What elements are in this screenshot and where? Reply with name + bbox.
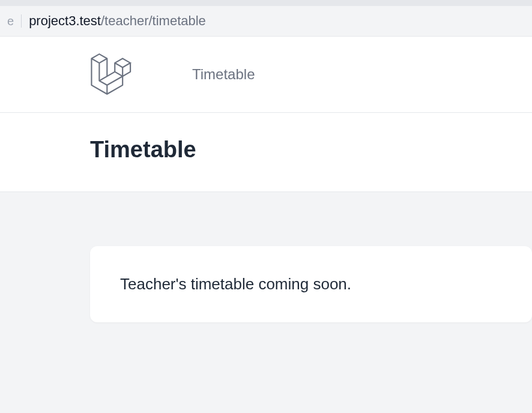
address-bar[interactable]: e project3.test/teacher/timetable [0,6,532,36]
url-text[interactable]: project3.test/teacher/timetable [29,13,206,29]
page-header: Timetable [0,113,532,192]
app-logo[interactable] [90,53,132,95]
laravel-logo-icon [90,53,132,95]
main-content: Teacher's timetable coming soon. [0,192,532,322]
url-prefix-fragment: e [0,14,22,28]
url-domain: project3.test [29,13,101,29]
top-navigation: Timetable [0,37,532,113]
content-card: Teacher's timetable coming soon. [90,246,532,322]
page-content: Timetable Timetable Teacher's timetable … [0,36,532,322]
nav-link-timetable[interactable]: Timetable [192,66,255,83]
page-title: Timetable [90,137,532,163]
browser-toolbar-top [0,0,532,6]
card-message: Teacher's timetable coming soon. [120,275,502,294]
url-path: /teacher/timetable [101,13,206,29]
